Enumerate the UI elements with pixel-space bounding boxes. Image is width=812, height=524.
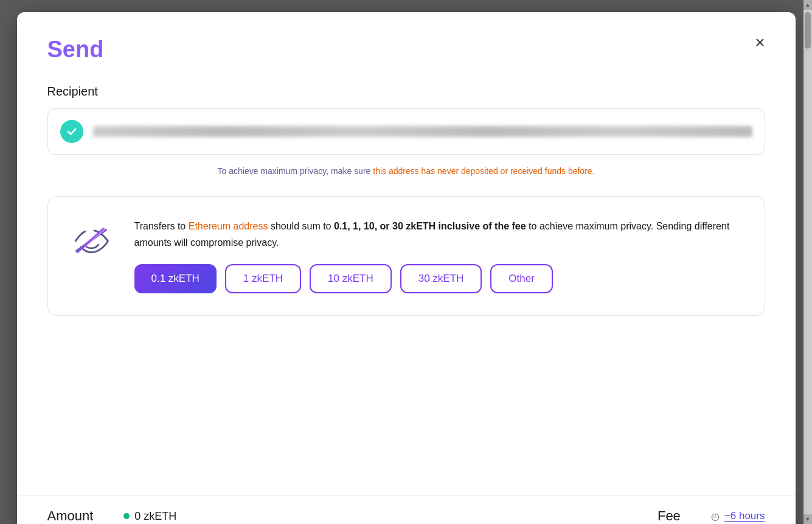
eye-slash-icon [70, 222, 113, 259]
clock-icon: ◴ [711, 511, 720, 522]
amount-btn-1[interactable]: 1 zkETH [225, 264, 301, 293]
info-card: Transfers to Ethereum address should sum… [47, 196, 765, 316]
fee-label: Fee [658, 508, 681, 524]
amount-btn-0.1[interactable]: 0.1 zkETH [134, 264, 217, 293]
amount-value-wrapper: 0 zkETH [123, 510, 176, 523]
bottom-bar: Amount 0 zkETH Fee ◴ ~6 hours [17, 495, 796, 524]
amount-btn-10[interactable]: 10 zkETH [310, 264, 392, 293]
fee-hours[interactable]: ~6 hours [724, 510, 765, 522]
close-button[interactable]: × [755, 34, 765, 51]
recipient-input-box [47, 108, 765, 155]
highlight-text: this address has never deposited or rece… [373, 166, 594, 176]
amount-value: 0 zkETH [134, 510, 176, 523]
info-paragraph: Transfers to Ethereum address should sum… [134, 218, 740, 251]
check-icon [60, 120, 83, 143]
privacy-note: To achieve maximum privacy, make sure th… [47, 164, 765, 178]
amount-btn-other[interactable]: Other [490, 264, 553, 293]
amount-section: Amount 0 zkETH [47, 508, 658, 524]
bold-amounts: 0.1, 1, 10, or 30 zkETH inclusive of the… [334, 221, 526, 231]
scrollbar[interactable]: ▲ ▼ [803, 0, 812, 524]
amount-label: Amount [47, 508, 94, 524]
ethereum-highlight: Ethereum address [189, 221, 268, 231]
amount-buttons-group: 0.1 zkETH 1 zkETH 10 zkETH 30 zkETH Othe… [134, 264, 740, 293]
amount-btn-30[interactable]: 30 zkETH [400, 264, 482, 293]
scrollbar-thumb[interactable] [805, 12, 811, 49]
recipient-address[interactable] [93, 126, 752, 137]
send-modal: Send × Recipient To achieve maximum priv… [17, 12, 796, 524]
fee-time: ◴ ~6 hours [711, 510, 765, 522]
green-dot [123, 513, 130, 519]
recipient-label: Recipient [47, 85, 765, 99]
info-text-block: Transfers to Ethereum address should sum… [134, 218, 740, 293]
fee-section: Fee ◴ ~6 hours [658, 508, 765, 524]
scroll-up-arrow[interactable]: ▲ [803, 0, 812, 10]
scroll-down-arrow[interactable]: ▼ [803, 514, 812, 524]
privacy-icon-wrapper [70, 218, 113, 259]
recipient-section: Recipient To achieve maximum privacy, ma… [47, 85, 765, 178]
modal-title: Send [47, 37, 765, 63]
